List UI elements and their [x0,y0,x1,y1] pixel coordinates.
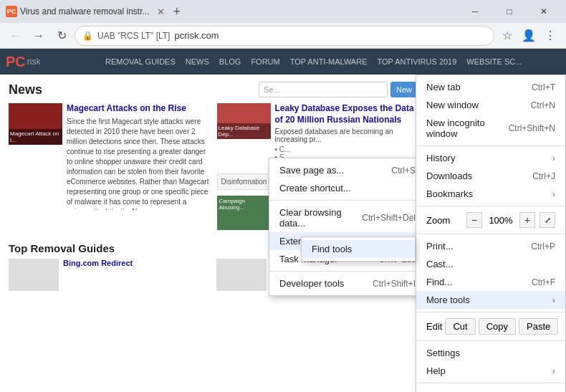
menu-button[interactable]: ⋮ [540,26,560,46]
chrome-new-tab[interactable]: New tab Ctrl+T [416,78,565,96]
chrome-history-arrow: › [552,153,555,163]
chrome-new-window-shortcut: Ctrl+N [531,100,555,110]
zoom-in-button[interactable]: + [519,212,535,228]
chrome-cast[interactable]: Cast... [416,255,565,273]
menu-save-page[interactable]: Save page as... Ctrl+S [269,161,426,179]
chrome-bookmarks-label: Bookmarks [426,188,473,199]
chrome-zoom-row: Zoom − 100% + ⤢ [416,209,565,231]
bookmark-button[interactable]: ☆ [497,26,517,46]
nav-news[interactable]: NEWS [181,49,214,75]
chrome-print[interactable]: Print... Ctrl+P [416,237,565,255]
address-input[interactable]: 🔒 UAB "RCS LT" [LT] pcrisk.com [75,26,494,46]
window-controls: ─ □ ✕ [459,0,560,23]
chrome-sep-4 [416,312,565,312]
back-button[interactable]: ← [6,26,26,46]
find-tools-submenu: Find tools [301,236,416,262]
browser-window: PC Virus and malware removal instr... ✕ … [0,0,566,392]
logo-risk: risk [27,57,41,67]
close-window-button[interactable]: ✕ [527,0,560,23]
bottom-item-1: Bing.com Redirect [9,259,211,291]
chrome-sep-6 [416,383,565,383]
news-title-1[interactable]: Magecart Attacks on the Rise [67,103,210,115]
favicon: PC [6,6,17,17]
chrome-sep-3 [416,234,565,234]
chrome-more-tools[interactable]: More tools › [416,291,565,309]
site-logo: PC risk [0,49,100,75]
find-tools-item[interactable]: Find tools [302,240,415,258]
nav-top-antimalware[interactable]: TOP ANTI-MALWARE [285,49,373,75]
bottom-title-1[interactable]: Bing.com Redirect [63,259,133,291]
news-header: News Se... New [9,82,418,97]
chrome-edit-label: Edit [426,321,442,332]
site-navigation: PC risk REMOVAL GUIDES NEWS BLOG FORUM T… [0,49,566,75]
profile-button[interactable]: 👤 [519,26,539,46]
inner-context-menu: Save page as... Ctrl+S Create shortcut..… [269,158,426,296]
forward-button[interactable]: → [29,26,49,46]
chrome-sep-5 [416,340,565,341]
chrome-help-label: Help [426,365,446,376]
menu-create-shortcut-label: Create shortcut... [279,183,351,193]
chrome-new-window[interactable]: New window Ctrl+N [416,96,565,114]
nav-forum[interactable]: FORUM [246,49,284,75]
nav-blog[interactable]: BLOG [214,49,246,75]
chrome-downloads[interactable]: Downloads Ctrl+J [416,167,565,185]
chrome-history[interactable]: History › [416,149,565,167]
chrome-bookmarks[interactable]: Bookmarks › [416,185,565,203]
menu-dev-tools-label: Developer tools [279,278,344,289]
lock-icon: 🔒 [82,31,93,41]
zoom-value: 100% [486,215,515,226]
paste-button[interactable]: Paste [519,318,558,335]
menu-create-shortcut[interactable]: Create shortcut... [269,179,426,197]
chrome-history-label: History [426,153,455,163]
chrome-find[interactable]: Find... Ctrl+F [416,273,565,291]
news-excerpt-1: Since the first Magecart style attacks w… [67,117,210,210]
chrome-new-tab-label: New tab [426,82,461,92]
news-body-1: Magecart Attacks on the Rise Since the f… [67,103,210,235]
nav-top-antivirus[interactable]: TOP ANTIVIRUS 2019 [372,49,461,75]
chrome-edit-row: Edit Cut Copy Paste [416,315,565,338]
reload-button[interactable]: ↻ [52,26,72,46]
copy-button[interactable]: Copy [479,318,516,335]
maximize-button[interactable]: □ [493,0,526,23]
chrome-print-label: Print... [426,241,454,252]
minimize-button[interactable]: ─ [459,0,491,23]
new-tab-button[interactable]: + [173,4,181,19]
zoom-out-button[interactable]: − [466,212,482,228]
zoom-fullscreen-button[interactable]: ⤢ [539,212,555,228]
menu-separator-1 [269,200,426,201]
news-title-2[interactable]: Leaky Database Exposes the Data of 20 Mi… [275,103,418,125]
chrome-zoom-label: Zoom [426,215,464,226]
bottom-thumb-2 [216,259,267,291]
new-button[interactable]: New [390,82,418,97]
nav-website-sc[interactable]: WEBSITE SC... [461,49,527,75]
menu-save-page-label: Save page as... [279,165,344,176]
url-text: pcrisk.com [174,30,219,41]
nav-removal-guides[interactable]: REMOVAL GUIDES [100,49,181,75]
title-bar: PC Virus and malware removal instr... ✕ … [0,0,566,23]
menu-clear-shortcut: Ctrl+Shift+Del [362,213,416,223]
chrome-sep-1 [416,145,565,146]
chrome-settings[interactable]: Settings [416,344,565,362]
close-tab-icon[interactable]: ✕ [157,6,165,17]
chrome-help[interactable]: Help › [416,362,565,380]
chrome-incognito-label: New incognito window [426,118,503,139]
chrome-incognito[interactable]: New incognito window Ctrl+Shift+N [416,114,565,143]
chrome-find-shortcut: Ctrl+F [532,277,555,287]
chrome-cast-label: Cast... [426,259,454,269]
chrome-exit[interactable]: Exit [416,386,565,392]
news-excerpt-2: Exposed databases are becoming an increa… [275,128,418,143]
chrome-bookmarks-arrow: › [552,189,555,199]
search-box[interactable]: Se... [259,82,388,97]
menu-developer-tools[interactable]: Developer tools Ctrl+Shift+I [269,274,426,292]
menu-clear-browsing[interactable]: Clear browsing data... Ctrl+Shift+Del [269,204,426,232]
news-thumb-3: Campaign Abusing... [217,196,271,230]
news-actions: Se... New [259,82,418,97]
chrome-help-arrow: › [552,366,555,376]
chrome-more-tools-arrow: › [552,295,555,305]
chrome-print-shortcut: Ctrl+P [531,242,555,252]
chrome-downloads-label: Downloads [426,171,472,181]
cut-button[interactable]: Cut [445,318,475,335]
tab-title: Virus and malware removal instr... [20,6,150,16]
menu-save-page-shortcut: Ctrl+S [391,166,416,176]
chrome-new-tab-shortcut: Ctrl+T [532,82,555,92]
